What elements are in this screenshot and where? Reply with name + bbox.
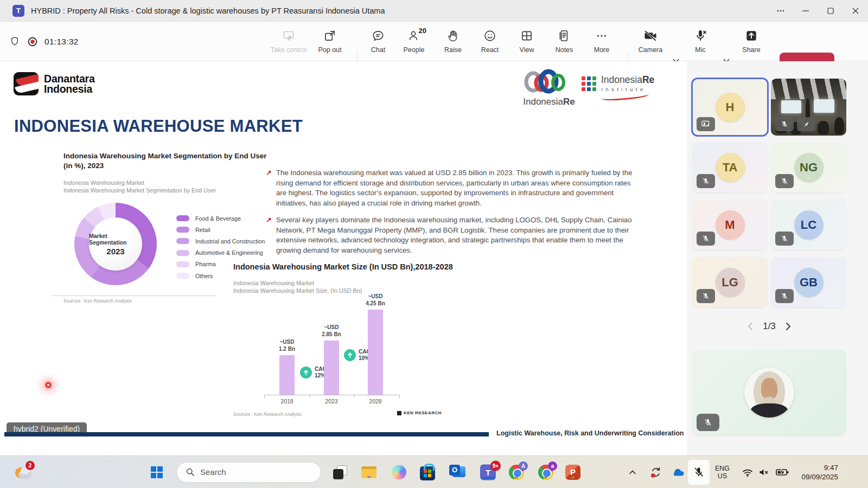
teams-button[interactable]: T 9+ xyxy=(480,464,496,480)
participant-tile-LC[interactable]: LC xyxy=(771,200,846,250)
tray-time: 9:47 xyxy=(801,463,838,472)
tray-clock[interactable]: 9:47 09/09/2025 xyxy=(801,463,838,481)
shared-slide[interactable]: Danantara Indonesia IndonesiaRe Indonesi… xyxy=(4,61,685,447)
notes-icon xyxy=(557,28,571,43)
powerpoint-button[interactable]: P xyxy=(565,465,580,480)
participants-panel: HTANGMLCLGGB 1/3 xyxy=(687,61,868,455)
legend-swatch xyxy=(176,215,189,221)
shield-icon xyxy=(9,36,21,48)
tray-show-hidden-icons[interactable] xyxy=(628,468,637,476)
start-button[interactable] xyxy=(151,466,163,478)
windows-logo-icon xyxy=(151,466,163,478)
x-tick-label: 2028 xyxy=(365,398,386,404)
participant-tile-LG[interactable]: LG xyxy=(692,257,768,307)
mic-button[interactable]: Mic xyxy=(681,28,720,54)
x-axis xyxy=(264,395,400,395)
taskbar-search[interactable]: Search xyxy=(176,462,321,483)
slide-footer-note: Logistic Warehouse, Risk and Underwritin… xyxy=(496,429,684,437)
participant-tile-meeting-room[interactable] xyxy=(771,79,846,136)
axis-tick xyxy=(264,395,265,398)
windows-taskbar: 2 Search O xyxy=(0,455,868,488)
volume-muted-icon[interactable] xyxy=(757,466,770,479)
divider xyxy=(52,296,216,296)
window-titlebar: T HYBRID : Property All Risks - Cold sto… xyxy=(0,0,868,22)
mic-muted-badge xyxy=(775,117,794,131)
participant-avatar: NG xyxy=(794,153,824,182)
bar-chart-heading: Indonesia Warehousing Market Size (In US… xyxy=(233,262,453,271)
raise-hand-button[interactable]: Raise xyxy=(433,28,473,54)
mic-muted-badge xyxy=(775,232,794,246)
participant-avatar: M xyxy=(716,210,745,240)
featured-participant-video[interactable] xyxy=(692,350,846,435)
pager-next-icon[interactable] xyxy=(784,322,792,331)
participant-tile-H[interactable]: H xyxy=(692,79,768,136)
bar-2028 xyxy=(368,310,383,395)
people-button[interactable]: 20 People xyxy=(394,28,433,54)
more-icon xyxy=(595,28,609,43)
react-button[interactable]: React xyxy=(470,28,509,54)
donut-center-year: 2023 xyxy=(106,247,124,256)
window-more-icon[interactable] xyxy=(768,0,793,22)
participant-tile-NG[interactable]: NG xyxy=(771,142,846,192)
chat-button[interactable]: Chat xyxy=(359,28,398,54)
notes-button[interactable]: Notes xyxy=(545,28,584,54)
search-icon xyxy=(186,467,195,477)
donut-legend: Food & BeverageRetailIndustrial and Cons… xyxy=(176,213,265,281)
bar-2023 xyxy=(324,341,339,395)
tray-mic-muted-icon[interactable] xyxy=(688,460,710,485)
copilot-icon xyxy=(392,465,406,479)
close-icon[interactable] xyxy=(843,0,868,22)
bar-2018 xyxy=(279,355,295,395)
react-icon xyxy=(483,28,497,43)
participant-tile-M[interactable]: M xyxy=(692,200,768,250)
copilot-button[interactable] xyxy=(392,465,406,479)
outlook-button[interactable]: O xyxy=(449,465,465,480)
legend-swatch xyxy=(176,238,189,244)
mic-muted-badge xyxy=(697,232,715,246)
language-indicator[interactable]: ENG US xyxy=(715,465,730,480)
donut-source: Sources : Ken Research Analysis xyxy=(63,298,132,304)
legend-item: Food & Beverage xyxy=(176,213,265,224)
file-explorer-button[interactable] xyxy=(361,465,376,479)
view-button[interactable]: View xyxy=(507,28,546,54)
legend-label: Pharma xyxy=(195,261,216,267)
microsoft-store-button[interactable] xyxy=(420,464,435,480)
maximize-icon[interactable] xyxy=(818,0,843,22)
bar-value-label: ~USD2.85 Bn xyxy=(314,324,349,338)
arrow-bullet-icon: ↗ xyxy=(266,168,272,208)
laser-pointer-dot xyxy=(44,381,52,389)
pop-out-icon xyxy=(323,28,337,43)
donut-chart-heading: Indonesia Warehousing Market Segmentatio… xyxy=(63,151,270,170)
participant-avatar: TA xyxy=(716,153,745,182)
chrome-profile2-button[interactable]: a xyxy=(538,465,553,480)
mic-muted-badge xyxy=(775,174,794,188)
participant-avatar: LG xyxy=(716,268,745,297)
participant-tile-TA[interactable]: TA xyxy=(692,142,768,192)
bar-value-label: ~USD4.25 Bn xyxy=(358,293,393,307)
task-view-button[interactable] xyxy=(332,464,348,480)
sync-status-icon[interactable] xyxy=(649,465,663,479)
market-segmentation-donut-chart: Market Segmentation 2023 xyxy=(74,203,157,285)
wifi-icon[interactable] xyxy=(741,466,754,479)
legend-swatch xyxy=(176,261,189,267)
share-button[interactable]: Share xyxy=(732,28,771,54)
pager-count: 1/3 xyxy=(763,321,776,332)
participant-photo-avatar xyxy=(744,368,794,418)
camera-button[interactable]: Camera xyxy=(631,28,670,54)
legend-label: Retail xyxy=(195,227,210,233)
slide-title: INDONESIA WAREHOUSE MARKET xyxy=(14,117,303,136)
battery-icon[interactable] xyxy=(775,466,790,479)
weather-widget[interactable]: 2 xyxy=(14,463,34,481)
participant-tile-GB[interactable]: GB xyxy=(771,257,846,307)
more-button[interactable]: More xyxy=(582,28,621,54)
pager-prev-icon[interactable] xyxy=(746,322,754,331)
participant-avatar: LC xyxy=(794,210,824,240)
onedrive-icon[interactable] xyxy=(671,465,686,480)
minimize-icon[interactable] xyxy=(793,0,818,22)
chrome-profile1-button[interactable]: A xyxy=(509,465,524,480)
participant-avatar: H xyxy=(716,93,745,122)
pop-out-button[interactable]: Pop out xyxy=(310,28,349,54)
ken-research-logo: KEN RESEARCH xyxy=(397,410,442,415)
pinned-badge xyxy=(797,117,815,131)
view-icon xyxy=(520,28,534,43)
